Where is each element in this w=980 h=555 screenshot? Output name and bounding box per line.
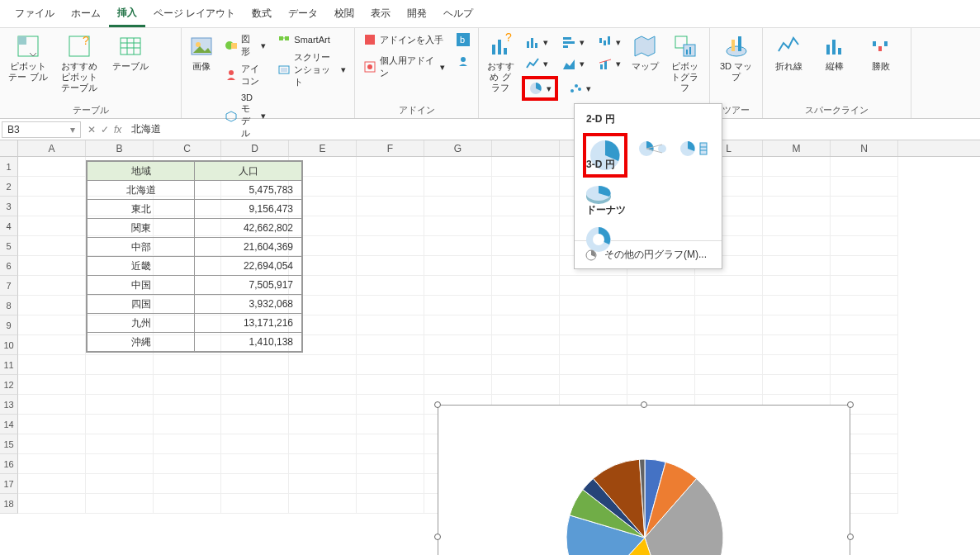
menu-ホーム[interactable]: ホーム (63, 2, 109, 26)
resize-handle[interactable] (434, 534, 441, 540)
cell[interactable] (86, 375, 154, 395)
cell[interactable] (695, 276, 763, 296)
cell[interactable] (18, 276, 86, 296)
cell[interactable] (357, 395, 424, 415)
pie-chart-dropdown[interactable]: ▾ (522, 76, 558, 101)
cell[interactable] (627, 296, 695, 315)
cell[interactable] (86, 395, 154, 415)
cell[interactable] (560, 355, 627, 375)
cell[interactable] (424, 276, 492, 296)
menu-ヘルプ[interactable]: ヘルプ (435, 2, 481, 26)
cell[interactable] (763, 296, 831, 315)
cell[interactable] (695, 335, 763, 355)
col-header[interactable]: G (424, 140, 492, 156)
row-header[interactable]: 14 (0, 415, 18, 434)
cell[interactable] (424, 216, 492, 236)
cell[interactable] (289, 454, 357, 474)
row-header[interactable]: 12 (0, 375, 18, 395)
cell[interactable] (289, 494, 357, 514)
cell[interactable] (357, 315, 424, 335)
row-header[interactable]: 16 (0, 454, 18, 474)
col-header[interactable]: C (154, 140, 221, 156)
cell[interactable] (18, 415, 86, 434)
cell[interactable] (18, 157, 86, 177)
line-chart-icon[interactable]: ▾ (522, 55, 552, 73)
cell[interactable] (492, 355, 560, 375)
bar-chart-icon[interactable]: ▾ (558, 33, 588, 51)
cell[interactable] (18, 177, 86, 197)
cell[interactable] (492, 197, 560, 216)
screenshot-button[interactable]: スクリーンショット▾ (274, 50, 349, 90)
cell[interactable] (424, 197, 492, 216)
menu-校閲[interactable]: 校閲 (326, 2, 362, 26)
cell[interactable] (357, 434, 424, 454)
cell[interactable] (154, 454, 221, 474)
cell[interactable] (289, 415, 357, 434)
image-button[interactable]: 画像 (187, 31, 216, 74)
cell[interactable] (763, 276, 831, 296)
enter-icon[interactable]: ✓ (101, 124, 109, 135)
cell[interactable] (560, 375, 627, 395)
cell[interactable] (289, 395, 357, 415)
cell[interactable] (221, 375, 289, 395)
cell[interactable] (18, 454, 86, 474)
cell[interactable] (560, 276, 627, 296)
cell[interactable] (763, 177, 831, 197)
cell[interactable] (831, 296, 898, 315)
cell[interactable] (763, 315, 831, 335)
cell[interactable] (18, 434, 86, 454)
cell[interactable] (424, 157, 492, 177)
row-header[interactable]: 7 (0, 276, 18, 296)
cell[interactable] (86, 355, 154, 375)
cell[interactable] (357, 236, 424, 256)
cell[interactable] (221, 415, 289, 434)
cell[interactable] (18, 256, 86, 276)
cell[interactable] (492, 335, 560, 355)
cell[interactable] (627, 335, 695, 355)
cell[interactable] (18, 474, 86, 494)
col-header[interactable]: M (763, 140, 831, 156)
resize-handle[interactable] (847, 534, 854, 540)
cell[interactable] (492, 236, 560, 256)
cell[interactable] (695, 355, 763, 375)
sparkline-winloss-button[interactable]: 勝敗 (860, 31, 902, 74)
column-chart-icon[interactable]: ▾ (522, 33, 552, 51)
cell[interactable] (18, 197, 86, 216)
cell[interactable] (831, 256, 898, 276)
col-header[interactable]: A (18, 140, 86, 156)
cell[interactable] (357, 157, 424, 177)
cell[interactable] (221, 454, 289, 474)
cell[interactable] (289, 375, 357, 395)
cell[interactable] (831, 355, 898, 375)
cell[interactable] (424, 177, 492, 197)
cell[interactable] (492, 296, 560, 315)
cell[interactable] (154, 474, 221, 494)
cell[interactable] (18, 494, 86, 514)
row-header[interactable]: 3 (0, 197, 18, 216)
cell[interactable] (763, 236, 831, 256)
cell[interactable] (357, 177, 424, 197)
cell[interactable] (154, 494, 221, 514)
cell[interactable] (357, 355, 424, 375)
cell[interactable] (560, 296, 627, 315)
cell[interactable] (627, 355, 695, 375)
cell[interactable] (289, 474, 357, 494)
cell[interactable] (357, 216, 424, 236)
cell[interactable] (831, 276, 898, 296)
cell[interactable] (18, 375, 86, 395)
resize-handle[interactable] (641, 401, 647, 408)
cell[interactable] (154, 415, 221, 434)
col-header[interactable] (492, 140, 560, 156)
row-header[interactable]: 6 (0, 256, 18, 276)
cell[interactable] (86, 494, 154, 514)
cell[interactable] (831, 216, 898, 236)
bar-of-pie-option[interactable] (679, 133, 710, 164)
cell[interactable] (492, 315, 560, 335)
cell[interactable] (357, 454, 424, 474)
resize-handle[interactable] (847, 401, 854, 408)
scatter-chart-icon[interactable]: ▾ (565, 76, 594, 101)
cell[interactable] (492, 375, 560, 395)
cell[interactable] (424, 236, 492, 256)
cell[interactable] (492, 177, 560, 197)
cell[interactable] (560, 315, 627, 335)
